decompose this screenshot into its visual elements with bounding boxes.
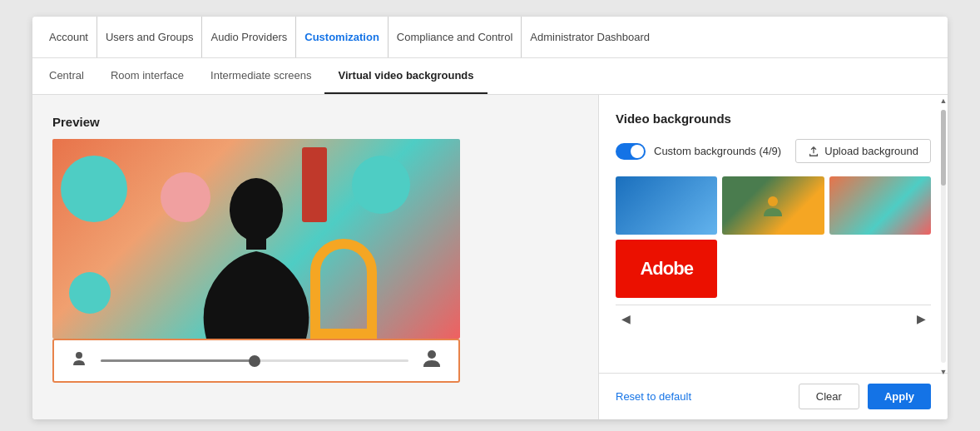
subnav-intermediate-screens[interactable]: Intermediate screens: [197, 58, 324, 94]
svg-point-2: [76, 352, 82, 359]
sub-nav: Central Room interface Intermediate scre…: [32, 58, 948, 95]
toggle-label: Custom backgrounds (4/9): [654, 145, 781, 157]
subnav-virtual-backgrounds[interactable]: Virtual video backgrounds: [324, 58, 487, 94]
nav-admin-dashboard[interactable]: Administrator Dashboard: [522, 17, 658, 57]
thumbnail-photo[interactable]: [722, 176, 824, 235]
subnav-central[interactable]: Central: [49, 58, 97, 94]
person-small-icon: [71, 350, 87, 371]
person-large-icon: [422, 349, 442, 373]
thumbnail-blue[interactable]: [616, 176, 717, 235]
action-buttons: Clear Apply: [799, 384, 931, 409]
horizontal-scroll: ◀ ▶: [616, 305, 931, 332]
bottom-bar: Reset to default Clear Apply: [599, 373, 948, 419]
nav-customization[interactable]: Customization: [296, 17, 389, 57]
thumbnail-colorful[interactable]: [829, 176, 931, 235]
upload-label: Upload background: [824, 145, 918, 157]
top-nav: Account Users and Groups Audio Providers…: [32, 17, 948, 58]
thumbnail-adobe[interactable]: Adobe: [616, 240, 717, 298]
size-slider[interactable]: [101, 359, 408, 362]
right-scrollbar: ▲ ▼: [939, 95, 948, 378]
clear-button[interactable]: Clear: [799, 384, 859, 409]
upload-icon: [808, 146, 819, 157]
section-title: Video backgrounds: [616, 111, 931, 126]
toggle-left: Custom backgrounds (4/9): [616, 143, 781, 160]
photo-person-icon: [760, 193, 785, 218]
svg-point-4: [768, 196, 778, 206]
right-panel: ▲ ▼ Video backgrounds Custom backgrounds…: [598, 95, 948, 419]
svg-point-0: [230, 178, 283, 241]
toggle-row: Custom backgrounds (4/9) Upload backgrou…: [616, 139, 931, 163]
bg-decor-3: [352, 156, 410, 214]
main-container: Account Users and Groups Audio Providers…: [32, 17, 948, 419]
slider-fill: [101, 359, 255, 362]
subnav-room-interface[interactable]: Room interface: [97, 58, 197, 94]
nav-audio-providers[interactable]: Audio Providers: [202, 17, 296, 57]
thumbnails-grid: Adobe: [616, 176, 931, 298]
reset-to-default-link[interactable]: Reset to default: [616, 390, 691, 403]
slider-thumb[interactable]: [249, 355, 260, 367]
adobe-logo-text: Adobe: [640, 258, 692, 280]
nav-compliance[interactable]: Compliance and Control: [389, 17, 522, 57]
nav-users-groups[interactable]: Users and Groups: [97, 17, 203, 57]
preview-image: [52, 139, 460, 339]
content-area: Preview: [32, 95, 948, 419]
left-panel: Preview: [32, 95, 598, 419]
scrollbar-thumb[interactable]: [941, 110, 946, 186]
scroll-left-arrow[interactable]: ◀: [616, 309, 636, 329]
toggle-knob: [631, 145, 644, 158]
custom-backgrounds-toggle[interactable]: [616, 143, 646, 160]
right-panel-content: Video backgrounds Custom backgrounds (4/…: [599, 95, 948, 373]
svg-point-3: [428, 350, 436, 359]
person-silhouette: [190, 172, 323, 339]
scroll-down-arrow[interactable]: ▼: [939, 366, 948, 378]
svg-rect-1: [246, 235, 266, 250]
scrollbar-track: [941, 110, 946, 363]
preview-title: Preview: [52, 115, 578, 129]
upload-background-button[interactable]: Upload background: [795, 139, 931, 163]
bg-decor-1: [61, 156, 127, 222]
scroll-up-arrow[interactable]: ▲: [939, 95, 948, 107]
scroll-right-arrow[interactable]: ▶: [911, 309, 931, 329]
apply-button[interactable]: Apply: [868, 384, 931, 409]
preview-wrapper: [52, 139, 578, 383]
slider-control: [52, 339, 460, 383]
bg-decor-4: [69, 272, 111, 314]
nav-account[interactable]: Account: [49, 17, 97, 57]
